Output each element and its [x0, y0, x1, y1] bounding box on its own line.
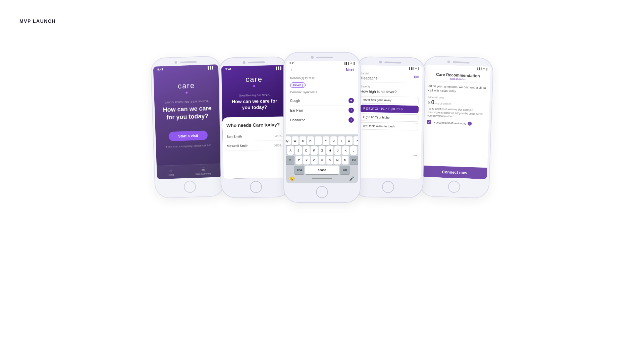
fever-chip-remove[interactable]: | — [302, 83, 303, 87]
symptom-ear-pain[interactable]: Ear Pain + — [290, 106, 354, 115]
key-x[interactable]: X — [303, 156, 310, 165]
phone-top-3 — [284, 53, 360, 61]
logo-text-2: care — [225, 74, 282, 84]
battery-icon-5: ▐ — [486, 68, 487, 70]
key-d[interactable]: D — [303, 146, 310, 155]
camera-icon-4 — [379, 61, 382, 63]
emergency-text-1: If this is an emergency, please call 911 — [165, 144, 211, 148]
key-b[interactable]: B — [326, 156, 333, 165]
mic-icon[interactable]: 🎤 — [349, 176, 354, 181]
home-icon-1: ⌂ — [169, 168, 172, 173]
key-t[interactable]: T — [315, 136, 322, 145]
key-i[interactable]: I — [338, 136, 345, 145]
key-z[interactable]: Z — [296, 156, 302, 165]
signal-icon-5: ▌▌▌ — [477, 67, 482, 70]
key-h[interactable]: H — [326, 146, 333, 155]
phone-4: ▌▌▌ ⊕ ▐ for visit Headache Edit — [353, 56, 425, 198]
camera-icon-1 — [174, 61, 177, 64]
key-v[interactable]: V — [319, 156, 325, 165]
nav-care-summary-1[interactable]: ☰ Care Summary — [195, 167, 211, 175]
consent-checkbox[interactable]: ✓ — [427, 120, 431, 124]
option-3[interactable]: F (38.9° C) or higher — [360, 113, 418, 122]
add-cough-button[interactable]: + — [348, 98, 354, 103]
home-button-5[interactable] — [448, 181, 460, 193]
nav-home-1[interactable]: ⌂ Home — [167, 168, 174, 176]
key-l[interactable]: L — [350, 146, 357, 155]
screen-3: 9:41 ▌▌▌ ⊕ ▐ ← Next Reason(s) for visit … — [286, 61, 358, 183]
key-w[interactable]: W — [292, 136, 299, 145]
key-delete[interactable]: ⌫ — [350, 156, 358, 165]
home-button-4[interactable] — [382, 181, 394, 193]
option-2[interactable]: F (37.2° C) - 101° F (38.3° C) — [360, 105, 419, 113]
cost-currency: $ — [428, 100, 430, 105]
key-s[interactable]: S — [295, 146, 302, 155]
keyboard-row-3: ⇧ Z X C V B N M ⌫ — [287, 156, 357, 165]
key-y[interactable]: Y — [323, 136, 329, 145]
speaker-3 — [316, 57, 333, 58]
screen-4-wrapper: ▌▌▌ ⊕ ▐ for visit Headache Edit — [356, 65, 423, 179]
symptoms-section: Reason(s) for visit Fever | Common sympt… — [286, 74, 358, 134]
patient-panel: Who needs Care today? Ben Smith 04/07...… — [222, 117, 288, 179]
patient-row-2[interactable]: Maxwell Smith 06/01... — [227, 141, 284, 151]
symptom-headache[interactable]: Headache + — [290, 115, 354, 125]
screen-3-header: ← Next — [286, 66, 358, 74]
emoji-icon[interactable]: 🙂 — [290, 176, 295, 181]
key-r[interactable]: R — [307, 136, 314, 145]
speaker-5 — [453, 61, 470, 63]
severity-question-4: How high is his fever? — [361, 89, 419, 94]
key-u[interactable]: U — [330, 136, 337, 145]
info-icon[interactable]: i — [468, 122, 472, 126]
wifi-icon-5: ⊕ — [483, 67, 485, 70]
signal-icon-2: ▌▌▌ — [276, 66, 282, 70]
keyboard-row-1: Q W E R T Y U I O P — [287, 136, 357, 145]
next-button-3[interactable]: Next — [346, 68, 354, 72]
back-button-3[interactable]: ← — [290, 67, 295, 72]
option-1[interactable]: fever has gone away — [360, 96, 419, 104]
key-space[interactable]: space — [305, 166, 339, 174]
greeting-1: GOOD EVENING BEN SMITH, How can we care … — [154, 99, 220, 122]
key-n[interactable]: N — [334, 156, 341, 165]
patient-row-1[interactable]: Ben Smith 04/07... — [226, 131, 283, 142]
reason-value-4: Headache — [361, 76, 377, 80]
key-p[interactable]: P — [354, 136, 358, 145]
home-button-2[interactable] — [250, 181, 262, 193]
screen-2: 9:41 ▌▌▌ care Good Evening Ben Smith, Ho… — [221, 65, 288, 179]
key-go[interactable]: Go — [340, 166, 350, 174]
phone-bottom-3 — [284, 183, 360, 202]
home-button-1[interactable] — [184, 181, 196, 193]
key-j[interactable]: J — [334, 146, 341, 155]
cost-note: ree to additional services (for example … — [427, 107, 486, 119]
key-q[interactable]: Q — [286, 136, 291, 145]
add-headache-button[interactable]: + — [348, 117, 354, 123]
key-e[interactable]: E — [300, 136, 306, 145]
question-2: How can we care for you today? — [231, 98, 278, 111]
next-arrow-4[interactable]: → — [412, 153, 418, 159]
symptom-cough[interactable]: Cough + — [290, 96, 354, 106]
connect-now-button[interactable]: Connect now — [422, 166, 487, 179]
phone-3: 9:41 ▌▌▌ ⊕ ▐ ← Next Reason(s) for visit … — [283, 52, 361, 203]
logo-text-1: care — [178, 81, 195, 90]
key-m[interactable]: M — [342, 156, 348, 165]
key-f[interactable]: F — [311, 146, 317, 155]
add-ear-pain-button[interactable]: + — [348, 108, 354, 113]
care-logo-2: care — [225, 74, 283, 87]
option-4[interactable]: ure; feels warm to touch — [360, 122, 418, 130]
key-c[interactable]: C — [311, 156, 318, 165]
camera-icon-2 — [243, 61, 246, 64]
fever-chip[interactable]: Fever | — [290, 82, 306, 88]
phone-5: ▌▌▌ ⊕ ▐ Care Recommendation Edit answers… — [419, 56, 494, 199]
key-123[interactable]: 123 — [294, 166, 304, 174]
key-k[interactable]: K — [342, 146, 349, 155]
start-visit-button[interactable]: Start a visit — [169, 130, 208, 141]
bottom-nav-1: ⌂ Home ☰ Care Summary — [157, 164, 222, 179]
question-1: How can we care for you today? — [160, 105, 215, 122]
status-icons-5: ▌▌▌ ⊕ ▐ — [477, 67, 487, 70]
edit-button-4[interactable]: Edit — [414, 75, 419, 78]
key-o[interactable]: O — [346, 136, 353, 145]
who-needs-care-title: Who needs Care today? — [226, 122, 283, 128]
home-button-3[interactable] — [316, 186, 328, 198]
key-a[interactable]: A — [287, 146, 294, 155]
phone-bottom-1 — [155, 177, 225, 198]
key-g[interactable]: G — [319, 146, 325, 155]
key-shift[interactable]: ⇧ — [286, 156, 294, 165]
